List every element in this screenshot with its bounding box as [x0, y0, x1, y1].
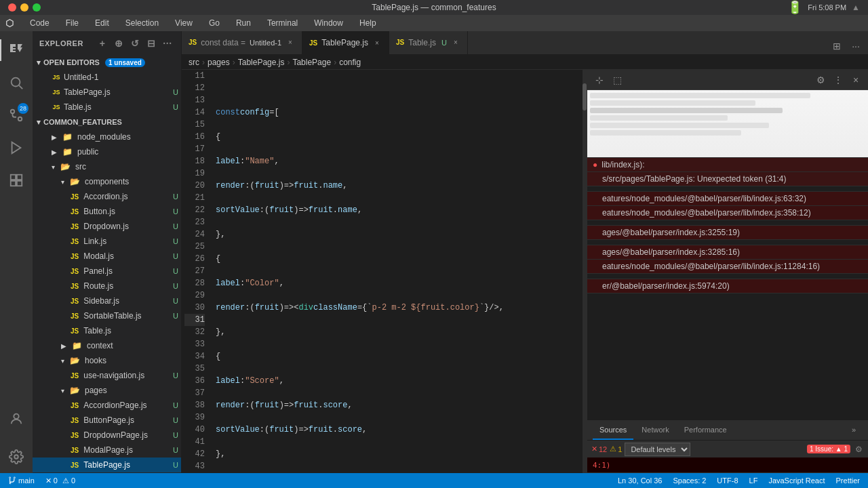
traffic-light-minimize[interactable] [20, 3, 28, 12]
editor-scrollbar[interactable] [583, 70, 587, 473]
file-button[interactable]: JS Button.js U [33, 204, 181, 219]
status-encoding[interactable]: UTF-8 [714, 476, 741, 485]
breadcrumb-pages[interactable]: pages [208, 58, 230, 67]
tab-tablepage[interactable]: JS TablePage.js × [302, 31, 389, 54]
folder-icon-comp: 📂 [70, 177, 80, 186]
file-use-navigation[interactable]: JS use-navigation.js U [33, 368, 181, 383]
more-actions-button[interactable]: ··· [848, 38, 864, 54]
refresh-button[interactable]: ↺ [128, 37, 142, 50]
common-features-header[interactable]: ▾ COMMON_FEATURES [33, 115, 181, 129]
devtools-resize-handle[interactable]: ⌄ [587, 472, 868, 473]
split-editor-button[interactable]: ⊞ [829, 38, 845, 54]
traffic-light-fullscreen[interactable] [33, 3, 41, 12]
menu-go[interactable]: Go [206, 17, 222, 29]
status-branch[interactable]: main [5, 476, 37, 485]
activity-source-control[interactable]: 28 [0, 99, 33, 131]
tree-node-modules[interactable]: ▶ 📁 node_modules [33, 129, 181, 144]
status-spaces[interactable]: Spaces: 2 [670, 476, 709, 485]
file-dropdownpage[interactable]: JS DropdownPage.js U [33, 428, 181, 443]
file-sortabletable[interactable]: JS SortableTable.js U [33, 308, 181, 323]
status-formatter[interactable]: Prettier [833, 476, 863, 485]
tree-hooks[interactable]: ▾ 📂 hooks [33, 353, 181, 368]
devtools-tab-more[interactable]: » [845, 421, 863, 440]
status-language[interactable]: JavaScript React [766, 476, 827, 485]
collapse-button[interactable]: ⊟ [144, 37, 158, 50]
status-eol[interactable]: LF [747, 476, 761, 485]
devtools-tab-performance[interactable]: Performance [677, 421, 734, 440]
br-4 [590, 115, 728, 121]
activity-explorer[interactable] [0, 34, 33, 66]
tab-close-1[interactable]: × [285, 38, 295, 47]
open-editor-untitled[interactable]: JS Untitled-1 [33, 70, 181, 85]
tab-close-2[interactable]: × [372, 38, 382, 47]
new-folder-button[interactable]: ⊕ [112, 37, 125, 50]
status-cursor[interactable]: Ln 30, Col 36 [615, 476, 665, 485]
breadcrumb-config[interactable]: config [339, 58, 361, 67]
file-badge-sidebar: U [173, 297, 181, 305]
devtools-tab-network[interactable]: Network [635, 421, 675, 440]
file-modalpage[interactable]: JS ModalPage.js U [33, 443, 181, 458]
project-tree: ▾ COMMON_FEATURES ▶ 📁 node_modules ▶ 📁 p… [33, 115, 181, 473]
menu-code[interactable]: Code [27, 17, 52, 29]
devtools-tab-sources[interactable]: Sources [593, 421, 633, 440]
breadcrumb-src[interactable]: src [189, 58, 199, 67]
tree-components[interactable]: ▾ 📂 components [33, 174, 181, 189]
tree-context[interactable]: ▶ 📁 context [33, 338, 181, 353]
new-file-button[interactable]: + [96, 37, 109, 50]
file-modal[interactable]: JS Modal.js U [33, 249, 181, 264]
file-sidebar[interactable]: JS Sidebar.js U [33, 293, 181, 308]
resize-chevron[interactable]: ⌄ [857, 468, 868, 473]
traffic-light-close[interactable] [8, 3, 16, 12]
activity-extensions[interactable] [0, 164, 33, 197]
breadcrumb-tablepage[interactable]: TablePage.js [238, 58, 285, 67]
menu-window[interactable]: Window [311, 17, 346, 29]
activity-settings[interactable] [0, 441, 33, 473]
file-route[interactable]: JS Route.js U [33, 279, 181, 293]
file-badge-sortabletable: U [173, 312, 181, 320]
menu-help[interactable]: Help [357, 17, 379, 29]
code-editor[interactable]: 11 12 13 14 15 16 17 18 19 20 21 22 23 2… [182, 70, 587, 473]
breadcrumb-tablepage-fn[interactable]: TablePage [292, 58, 331, 67]
open-editors-header[interactable]: ▾ OPEN EDITORS 1 unsaved [33, 55, 181, 70]
tree-public[interactable]: ▶ 📁 public [33, 144, 181, 159]
activity-search[interactable] [0, 66, 33, 99]
filter-level-select[interactable]: Default levels All levels Errors only [625, 443, 690, 456]
br-3 [590, 108, 783, 113]
menu-run[interactable]: Run [233, 17, 254, 29]
file-link[interactable]: JS Link.js U [33, 234, 181, 249]
tree-pages[interactable]: ▾ 📂 pages [33, 383, 181, 398]
dt-settings-icon[interactable]: ⚙ [812, 72, 829, 88]
activity-debug[interactable] [0, 131, 33, 164]
dt-inspect-icon[interactable]: ⊹ [591, 72, 608, 88]
code-line-21: }, [216, 326, 583, 338]
dt-more-icon[interactable]: ⋮ [830, 72, 846, 88]
activity-account[interactable] [0, 403, 33, 435]
menu-terminal[interactable]: Terminal [264, 17, 300, 29]
tree-src[interactable]: ▾ 📂 src [33, 159, 181, 174]
file-tablepage-active[interactable]: JS TablePage.js U [33, 458, 181, 472]
file-label-route: Route.js [83, 281, 113, 291]
file-panel[interactable]: JS Panel.js U [33, 264, 181, 279]
tab-untitled[interactable]: JS const data = Untitled-1 × [182, 31, 302, 54]
tab-close-3[interactable]: × [451, 38, 460, 47]
menu-edit[interactable]: Edit [92, 17, 112, 29]
file-accordionpage[interactable]: JS AccordionPage.js U [33, 398, 181, 413]
file-buttonpage[interactable]: JS ButtonPage.js U [33, 413, 181, 428]
tab-tablejs[interactable]: JS Table.js U × [389, 31, 468, 54]
menu-file[interactable]: File [63, 17, 81, 29]
file-badge-buttonpage: U [173, 416, 181, 424]
code-content[interactable]: const config = [ { label: "Name", render… [210, 70, 583, 473]
open-editor-tablepage[interactable]: JS TablePage.js U [33, 85, 181, 100]
file-dropdown[interactable]: JS Dropdown.js U [33, 219, 181, 234]
file-table[interactable]: JS Table.js [33, 323, 181, 338]
file-accordion[interactable]: JS Accordion.js U [33, 189, 181, 204]
menu-selection[interactable]: Selection [123, 17, 161, 29]
issues-badge[interactable]: 1 Issue: ▲ 1 [807, 445, 850, 453]
dt-close-icon[interactable]: × [848, 72, 864, 88]
menu-view[interactable]: View [172, 17, 195, 29]
dt-device-icon[interactable]: ⬚ [609, 72, 625, 88]
open-editor-table[interactable]: JS Table.js U [33, 100, 181, 115]
status-errors[interactable]: ✕ 0 ⚠ 0 [43, 476, 78, 485]
more-button[interactable]: ··· [161, 37, 174, 50]
issues-settings-icon[interactable]: ⚙ [853, 444, 864, 455]
